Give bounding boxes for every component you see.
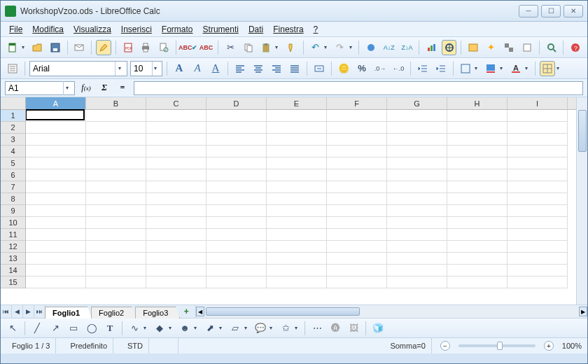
add-sheet-button[interactable]: + xyxy=(180,305,192,318)
cell[interactable] xyxy=(267,253,327,265)
styles-list-icon[interactable] xyxy=(5,61,20,76)
cell[interactable] xyxy=(507,169,568,181)
zoom-out-button[interactable]: − xyxy=(440,341,450,351)
merge-cells-icon[interactable] xyxy=(312,61,327,76)
row-header[interactable]: 15 xyxy=(1,276,25,288)
styles-icon[interactable] xyxy=(519,40,535,55)
cell[interactable] xyxy=(146,181,206,193)
cell[interactable] xyxy=(387,181,447,193)
sheet-tab[interactable]: Foglio3 xyxy=(135,307,180,318)
status-sum[interactable]: Somma=0 xyxy=(187,338,432,354)
column-header[interactable]: C xyxy=(146,97,206,109)
cell[interactable] xyxy=(387,217,447,229)
cell[interactable] xyxy=(267,110,327,122)
cell[interactable] xyxy=(146,205,206,217)
column-header[interactable]: G xyxy=(387,97,447,109)
align-center-icon[interactable] xyxy=(251,61,266,76)
ellipse-icon[interactable]: ◯ xyxy=(84,321,99,336)
sort-desc-icon[interactable]: Z↓A xyxy=(400,40,415,55)
percent-icon[interactable]: % xyxy=(354,61,370,76)
row-header[interactable]: 10 xyxy=(1,217,25,229)
edit-mode-icon[interactable] xyxy=(96,40,111,55)
arrow-line-icon[interactable]: ↗ xyxy=(48,321,63,336)
cell[interactable] xyxy=(507,110,568,122)
cell[interactable] xyxy=(327,146,387,158)
currency-icon[interactable]: 🪙 xyxy=(336,61,351,76)
formula-input[interactable] xyxy=(137,82,580,92)
cell[interactable] xyxy=(206,217,267,229)
cell[interactable] xyxy=(267,241,327,253)
underline-icon[interactable]: A xyxy=(208,61,223,76)
align-justify-icon[interactable] xyxy=(287,61,302,76)
status-sheet[interactable]: Foglio 1 / 3 xyxy=(6,338,56,354)
basic-shapes-icon[interactable]: ◆ xyxy=(152,321,167,336)
font-name-combo[interactable]: ▾ xyxy=(29,61,127,76)
bgcolor-icon[interactable] xyxy=(483,61,498,76)
cell-grid[interactable] xyxy=(26,110,576,288)
cell[interactable] xyxy=(507,265,568,276)
cell[interactable] xyxy=(387,122,447,134)
cell[interactable] xyxy=(507,134,568,146)
email-icon[interactable] xyxy=(72,40,88,55)
menu-help[interactable]: ? xyxy=(309,23,323,36)
cell[interactable] xyxy=(327,229,387,241)
cell[interactable] xyxy=(327,253,387,265)
cell[interactable] xyxy=(267,122,327,134)
sort-asc-icon[interactable]: A↓Z xyxy=(382,40,397,55)
menu-formato[interactable]: Formato xyxy=(158,23,197,36)
cell[interactable] xyxy=(507,146,568,158)
remove-decimal-icon[interactable]: ←.0 xyxy=(391,61,406,76)
decrease-indent-icon[interactable] xyxy=(415,61,430,76)
cell[interactable] xyxy=(327,110,387,122)
cell[interactable] xyxy=(267,193,327,205)
cell[interactable] xyxy=(146,265,206,276)
zoom-percent[interactable]: 100% xyxy=(562,342,582,350)
cell[interactable] xyxy=(447,110,507,122)
cell[interactable] xyxy=(507,217,568,229)
equals-icon[interactable]: = xyxy=(115,81,130,95)
cell[interactable] xyxy=(206,276,267,288)
paste-icon[interactable] xyxy=(258,40,274,55)
zoom-slider[interactable] xyxy=(458,344,536,347)
fontwork-icon[interactable]: 🅐 xyxy=(328,321,343,336)
italic-icon[interactable]: A xyxy=(190,61,205,76)
cell[interactable] xyxy=(26,181,86,193)
maximize-button[interactable]: ☐ xyxy=(541,5,561,18)
sheet-tab[interactable]: Foglio2 xyxy=(91,307,136,318)
row-header[interactable]: 6 xyxy=(1,169,25,181)
cell[interactable] xyxy=(206,253,267,265)
cell[interactable] xyxy=(206,229,267,241)
block-arrows-icon[interactable]: ⬈ xyxy=(202,321,218,336)
cell[interactable] xyxy=(447,146,507,158)
cell[interactable] xyxy=(86,158,146,169)
font-name-input[interactable] xyxy=(33,64,115,74)
close-button[interactable]: ✕ xyxy=(564,5,583,18)
zoom-slider-knob[interactable] xyxy=(497,342,503,350)
cell[interactable] xyxy=(26,122,86,134)
datasources-icon[interactable]: ✦ xyxy=(484,40,499,55)
font-size-combo[interactable]: ▾ xyxy=(130,61,162,76)
font-size-input[interactable] xyxy=(134,64,152,74)
horizontal-scrollbar[interactable]: ◀ ▶ xyxy=(195,305,587,318)
align-left-icon[interactable] xyxy=(232,61,248,76)
hscroll-thumb[interactable] xyxy=(206,307,360,316)
borders-icon[interactable] xyxy=(458,61,473,76)
cell[interactable] xyxy=(146,217,206,229)
cell[interactable] xyxy=(26,276,86,288)
curve-icon[interactable]: ∿ xyxy=(127,321,142,336)
function-wizard-icon[interactable]: f(x) xyxy=(79,81,93,95)
cell[interactable] xyxy=(26,217,86,229)
cell[interactable] xyxy=(327,217,387,229)
align-right-icon[interactable] xyxy=(269,61,284,76)
cell[interactable] xyxy=(86,134,146,146)
fontcolor-dropdown[interactable]: ▾ xyxy=(525,65,531,71)
cell[interactable] xyxy=(387,229,447,241)
cell[interactable] xyxy=(26,205,86,217)
redo-dropdown[interactable]: ▾ xyxy=(349,44,355,50)
menu-strumenti[interactable]: Strumenti xyxy=(199,23,243,36)
row-header[interactable]: 14 xyxy=(1,265,25,276)
cell[interactable] xyxy=(206,241,267,253)
name-box-dropdown[interactable]: ▾ xyxy=(63,81,71,95)
cell[interactable] xyxy=(387,134,447,146)
cell[interactable] xyxy=(447,229,507,241)
